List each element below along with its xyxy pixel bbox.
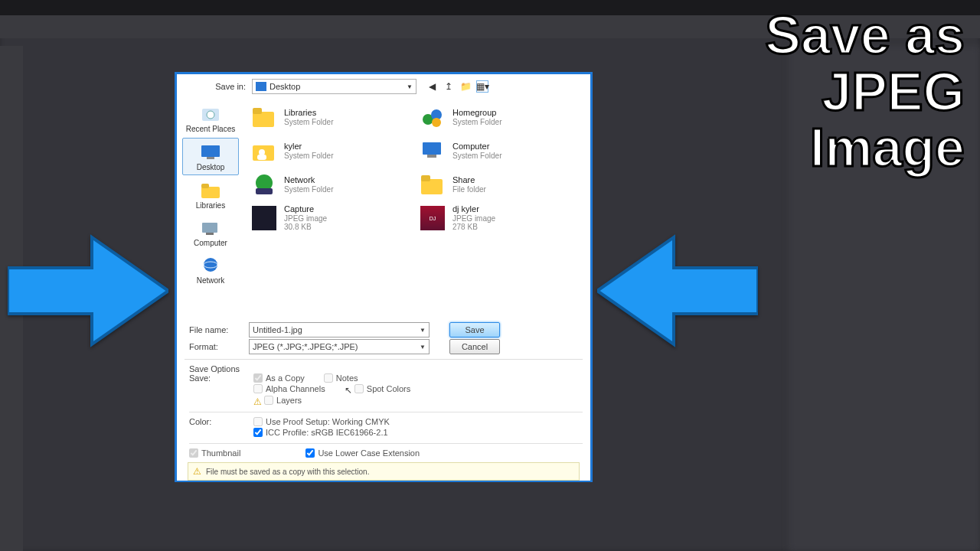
- layers-label: Layers: [276, 396, 302, 405]
- save-button[interactable]: Save: [449, 322, 500, 337]
- filename-value: Untitled-1.jpg: [253, 325, 302, 334]
- list-item[interactable]: ComputerSystem Folder: [417, 134, 586, 168]
- item-title: Computer: [452, 142, 501, 152]
- svg-point-3: [207, 111, 214, 119]
- item-size: 278 KB: [452, 223, 495, 232]
- thumbnail-checkbox[interactable]: Thumbnail: [189, 448, 240, 458]
- warning-icon: ⚠: [253, 396, 262, 407]
- network-icon: [250, 171, 278, 198]
- back-icon[interactable]: ◀: [426, 80, 438, 93]
- place-recent[interactable]: Recent Places: [182, 100, 239, 136]
- svg-rect-9: [206, 233, 214, 235]
- list-item[interactable]: NetworkSystem Folder: [249, 168, 417, 201]
- svg-rect-25: [421, 175, 430, 181]
- icc-checkbox[interactable]: ICC Profile: sRGB IEC61966-2.1: [253, 428, 388, 437]
- item-title: kyler: [284, 142, 333, 152]
- color-section-label: Color:: [189, 417, 253, 439]
- list-item[interactable]: CaptureJPEG image30.8 KB: [249, 201, 417, 235]
- lowercase-checkbox[interactable]: Use Lower Case Extension: [305, 448, 420, 458]
- folder-icon: [419, 171, 446, 198]
- item-title: Capture: [284, 204, 327, 214]
- place-libraries[interactable]: Libraries: [182, 177, 239, 213]
- view-menu-icon[interactable]: ▦▾: [476, 80, 488, 93]
- up-icon[interactable]: ↥: [443, 80, 455, 93]
- item-sub: System Folder: [284, 152, 333, 161]
- chevron-down-icon: ▼: [420, 327, 426, 334]
- item-title: Homegroup: [452, 108, 501, 118]
- alpha-checkbox[interactable]: Alpha Channels: [253, 384, 325, 393]
- item-size: 30.8 KB: [284, 223, 327, 232]
- svg-rect-8: [202, 223, 217, 233]
- svg-rect-6: [201, 187, 220, 198]
- svg-rect-19: [257, 155, 266, 160]
- svg-rect-13: [253, 108, 262, 114]
- list-item[interactable]: DJ dj kylerJPEG image278 KB: [417, 201, 586, 235]
- svg-rect-7: [201, 184, 209, 188]
- desktop-icon: [256, 82, 266, 91]
- footnote-bar: ⚠ File must be saved as a copy with this…: [188, 462, 580, 481]
- filename-combo[interactable]: Untitled-1.jpg▼: [249, 322, 430, 337]
- svg-marker-0: [8, 237, 168, 344]
- format-combo[interactable]: JPEG (*.JPG;*.JPEG;*.JPE)▼: [249, 339, 430, 354]
- notes-label: Notes: [336, 373, 358, 383]
- alpha-label: Alpha Channels: [266, 384, 325, 393]
- place-desktop-label: Desktop: [197, 163, 225, 171]
- item-sub: JPEG image: [284, 214, 327, 223]
- tutorial-title: Save as JPEG Image: [765, 8, 965, 177]
- as-a-copy-checkbox[interactable]: As a Copy: [253, 373, 305, 383]
- places-bar: Recent Places Desktop Libraries Computer…: [177, 97, 244, 318]
- thumbnail-label: Thumbnail: [201, 448, 240, 458]
- item-title: Libraries: [284, 108, 333, 118]
- place-computer-label: Computer: [194, 239, 227, 247]
- item-sub: System Folder: [284, 118, 333, 127]
- save-button-label: Save: [465, 325, 484, 334]
- file-list[interactable]: LibrariesSystem Folder HomegroupSystem F…: [244, 97, 590, 318]
- save-as-dialog: Save in: Desktop ▼ ◀ ↥ 📁 ▦▾ Recent Place…: [175, 72, 593, 482]
- place-network[interactable]: Network: [182, 252, 239, 288]
- savein-combo[interactable]: Desktop ▼: [252, 79, 416, 94]
- as-a-copy-label: As a Copy: [266, 373, 305, 383]
- item-sub: JPEG image: [452, 214, 495, 223]
- savein-label: Save in:: [183, 82, 252, 91]
- item-sub: File folder: [452, 185, 486, 194]
- format-value: JPEG (*.JPG;*.JPEG;*.JPE): [253, 342, 358, 351]
- spot-label: Spot Colors: [367, 384, 410, 393]
- svg-rect-20: [423, 142, 441, 155]
- place-recent-label: Recent Places: [186, 125, 235, 133]
- save-section-label: Save:: [189, 373, 253, 407]
- place-desktop[interactable]: Desktop: [182, 138, 239, 175]
- list-item[interactable]: kylerSystem Folder: [249, 134, 417, 168]
- notes-checkbox[interactable]: Notes: [324, 373, 358, 383]
- layers-checkbox[interactable]: Layers: [264, 396, 302, 405]
- item-title: Share: [452, 175, 486, 185]
- svg-rect-21: [427, 155, 436, 158]
- save-options-title: Save Options: [189, 364, 583, 373]
- proof-checkbox[interactable]: Use Proof Setup: Working CMYK: [253, 417, 390, 426]
- list-item[interactable]: LibrariesSystem Folder: [249, 100, 417, 134]
- new-folder-icon[interactable]: 📁: [459, 80, 472, 93]
- lowercase-label: Use Lower Case Extension: [318, 448, 420, 458]
- libraries-icon: [250, 103, 278, 131]
- cancel-button[interactable]: Cancel: [449, 339, 500, 354]
- icc-label: ICC Profile: sRGB IEC61966-2.1: [266, 428, 388, 437]
- item-sub: System Folder: [284, 185, 333, 194]
- place-network-label: Network: [197, 276, 225, 285]
- proof-label: Use Proof Setup: Working CMYK: [266, 417, 390, 426]
- spot-checkbox[interactable]: Spot Colors: [354, 384, 410, 393]
- list-item[interactable]: ShareFile folder: [417, 168, 586, 201]
- format-label: Format:: [185, 342, 249, 351]
- image-thumbnail-icon: [250, 204, 278, 232]
- image-thumbnail-icon: DJ: [419, 204, 446, 232]
- item-sub: System Folder: [452, 118, 501, 127]
- user-folder-icon: [250, 137, 278, 165]
- place-computer[interactable]: Computer: [182, 214, 239, 250]
- footnote-text: File must be saved as a copy with this s…: [206, 468, 369, 476]
- svg-point-18: [259, 149, 265, 155]
- list-item[interactable]: HomegroupSystem Folder: [417, 100, 586, 134]
- tutorial-title-text: Save as JPEG Image: [765, 8, 965, 177]
- savein-value: Desktop: [270, 82, 300, 91]
- warning-icon: ⚠: [193, 466, 201, 477]
- place-libraries-label: Libraries: [196, 201, 225, 210]
- svg-rect-4: [201, 145, 220, 157]
- highlight-arrow-right-icon: [8, 230, 168, 352]
